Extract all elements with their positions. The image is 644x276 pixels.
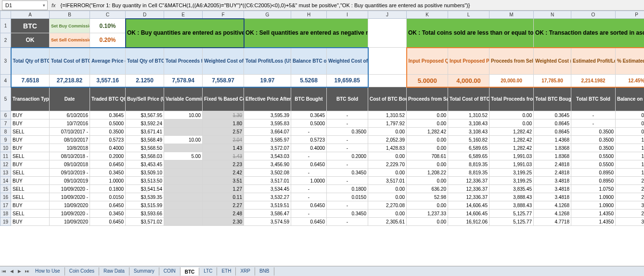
data-cell[interactable]: 1,797.92: [368, 119, 407, 128]
data-cell[interactable]: 0.11: [203, 193, 244, 201]
tab-nav-prev[interactable]: ◀: [8, 269, 15, 274]
data-cell[interactable]: 3,502.08: [244, 169, 291, 177]
data-cell[interactable]: 1.0000: [291, 177, 327, 185]
data-cell[interactable]: 1.27: [203, 185, 244, 193]
data-cell[interactable]: 2.6918: [616, 210, 644, 218]
data-cell[interactable]: 0.3450: [327, 169, 368, 177]
data-cell[interactable]: 0.00: [368, 185, 407, 193]
data-cell[interactable]: 1.9318: [616, 160, 644, 169]
sheet-tab-coin-codes[interactable]: Coin Codes: [65, 267, 99, 276]
data-cell[interactable]: 3,595.83: [244, 119, 291, 128]
data-cell[interactable]: 1.5868: [616, 169, 644, 177]
data-cell[interactable]: 1.8368: [534, 152, 571, 160]
data-cell[interactable]: 0.3500: [327, 128, 368, 136]
data-cell[interactable]: 3,199.25: [489, 169, 534, 177]
data-cell[interactable]: 5,125.77: [489, 210, 534, 218]
data-cell[interactable]: 0.6450: [90, 160, 126, 169]
data-cell[interactable]: [164, 160, 203, 169]
data-cell[interactable]: $3,541.54: [126, 185, 164, 193]
sheet-tab-how-to-use[interactable]: How to Use: [31, 267, 65, 276]
data-cell[interactable]: 1.30: [203, 111, 244, 119]
data-cell[interactable]: 2.5868: [616, 177, 644, 185]
data-cell[interactable]: 4.1268: [534, 201, 571, 210]
data-cell[interactable]: [164, 128, 203, 136]
data-cell[interactable]: -: [327, 177, 368, 185]
data-cell[interactable]: 5,160.82: [448, 136, 489, 144]
data-cell[interactable]: -: [327, 111, 368, 119]
data-cell[interactable]: SELL: [11, 152, 50, 160]
data-cell[interactable]: 3,519.51: [244, 201, 291, 210]
data-cell[interactable]: 0.1800: [90, 185, 126, 193]
data-cell[interactable]: 8,819.35: [448, 160, 489, 169]
data-cell[interactable]: 1.43: [203, 144, 244, 152]
data-cell[interactable]: 0.3500: [571, 144, 616, 152]
data-cell[interactable]: 08/10/2017: [50, 136, 90, 144]
data-cell[interactable]: 0.00: [368, 169, 407, 177]
data-cell[interactable]: [164, 119, 203, 128]
data-cell[interactable]: -: [327, 160, 368, 169]
data-cell[interactable]: 0.2000: [90, 152, 126, 160]
data-cell[interactable]: $3,568.50: [126, 144, 164, 152]
data-cell[interactable]: 3,585.97: [244, 136, 291, 144]
data-cell[interactable]: 0.00: [368, 128, 407, 136]
data-cell[interactable]: 09/10/2018: [50, 160, 90, 169]
data-cell[interactable]: 0.5500: [571, 152, 616, 160]
data-cell[interactable]: 0.8950: [571, 177, 616, 185]
data-cell[interactable]: $3,539.35: [126, 193, 164, 201]
data-cell[interactable]: 10.00: [164, 136, 203, 144]
data-cell[interactable]: 3.4818: [534, 193, 571, 201]
data-cell[interactable]: 2,270.08: [368, 201, 407, 210]
data-cell[interactable]: 3,517.01: [368, 177, 407, 185]
data-cell[interactable]: 1.4868: [616, 144, 644, 152]
data-cell[interactable]: $3,453.45: [126, 160, 164, 169]
data-cell[interactable]: -: [327, 136, 368, 144]
data-cell[interactable]: 3,835.45: [489, 185, 534, 193]
data-cell[interactable]: 5.00: [164, 152, 203, 160]
data-cell[interactable]: -: [327, 144, 368, 152]
data-cell[interactable]: 0.5723: [90, 136, 126, 144]
data-cell[interactable]: 0.3450: [90, 210, 126, 218]
data-cell[interactable]: 10.00: [164, 111, 203, 119]
data-cell[interactable]: 2.3918: [616, 193, 644, 201]
data-cell[interactable]: 8,819.35: [448, 169, 489, 177]
data-cell[interactable]: 636.20: [407, 185, 448, 193]
data-cell[interactable]: 10/09/2020 -: [50, 210, 90, 218]
data-cell[interactable]: 1.4368: [534, 136, 571, 144]
data-cell[interactable]: 0.00: [407, 119, 448, 128]
data-cell[interactable]: BUY: [11, 136, 50, 144]
data-cell[interactable]: 3,595.39: [244, 111, 291, 119]
data-cell[interactable]: 1,282.42: [407, 128, 448, 136]
data-cell[interactable]: 0.3500: [90, 128, 126, 136]
data-cell[interactable]: 14,606.45: [448, 210, 489, 218]
data-cell[interactable]: 2.30: [203, 218, 244, 226]
sheet-tab-btc[interactable]: BTC: [180, 267, 200, 276]
data-cell[interactable]: 1,310.52: [368, 111, 407, 119]
data-cell[interactable]: BUY: [11, 111, 50, 119]
data-cell[interactable]: 1.43: [203, 152, 244, 160]
data-cell[interactable]: 0.3645: [291, 111, 327, 119]
tab-nav-next[interactable]: ▶: [15, 269, 23, 274]
data-cell[interactable]: 10/8/2018: [50, 144, 90, 152]
data-cell[interactable]: 0.00: [407, 111, 448, 119]
data-cell[interactable]: -: [291, 210, 327, 218]
data-cell[interactable]: BUY: [11, 160, 50, 169]
data-cell[interactable]: 10/09/2020: [50, 201, 90, 210]
data-cell[interactable]: 3,534.45: [244, 185, 291, 193]
data-cell[interactable]: 0.1800: [327, 185, 368, 193]
data-cell[interactable]: -: [571, 119, 616, 128]
data-cell[interactable]: 1.0000: [90, 177, 126, 185]
data-cell[interactable]: SELL: [11, 128, 50, 136]
data-cell[interactable]: [164, 169, 203, 177]
data-cell[interactable]: 3,108.43: [448, 119, 489, 128]
data-cell[interactable]: 0.5000: [291, 119, 327, 128]
data-cell[interactable]: 0.3450: [90, 169, 126, 177]
data-cell[interactable]: 4.7718: [534, 218, 571, 226]
data-cell[interactable]: [164, 177, 203, 185]
data-cell[interactable]: 0.0150: [327, 193, 368, 201]
data-cell[interactable]: 0.8645: [534, 119, 571, 128]
data-cell[interactable]: 0.3450: [327, 210, 368, 218]
sheet-tab-raw-data[interactable]: Raw Data: [99, 267, 129, 276]
data-cell[interactable]: 12,336.37: [448, 185, 489, 193]
data-cell[interactable]: 0.5000: [90, 119, 126, 128]
data-cell[interactable]: 3.3368: [616, 218, 644, 226]
